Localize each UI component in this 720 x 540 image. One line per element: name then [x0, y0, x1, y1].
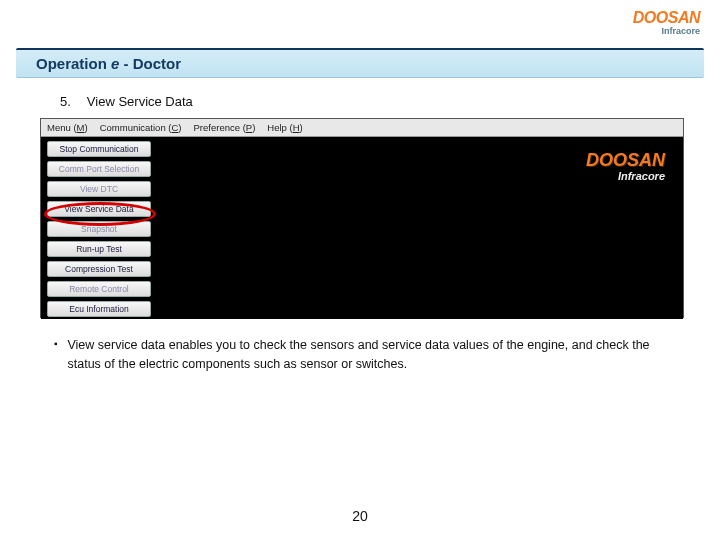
btn-remote-control[interactable]: Remote Control: [47, 281, 151, 297]
menu-item-help[interactable]: Help (H): [267, 122, 302, 133]
btn-compression-test[interactable]: Compression Test: [47, 261, 151, 277]
description: ▪ View service data enables you to check…: [54, 336, 680, 374]
page-title-bar: Operation e - Doctor: [16, 48, 704, 78]
logo-main: DOOSAN: [633, 10, 700, 26]
app-logo-main: DOOSAN: [586, 151, 665, 169]
section-number: 5.: [60, 94, 71, 109]
menu-item-menu[interactable]: Menu (M): [47, 122, 88, 133]
app-screenshot: Menu (M) Communication (C) Preference (P…: [40, 118, 684, 318]
app-logo-sub: Infracore: [586, 171, 665, 182]
app-logo: DOOSAN Infracore: [586, 151, 665, 182]
page-number: 20: [0, 508, 720, 524]
btn-runup-test[interactable]: Run-up Test: [47, 241, 151, 257]
app-body: Stop Communication Comm Port Selection V…: [41, 137, 683, 319]
menu-item-communication[interactable]: Communication (C): [100, 122, 182, 133]
btn-ecu-information[interactable]: Ecu Information: [47, 301, 151, 317]
menu-bar: Menu (M) Communication (C) Preference (P…: [41, 119, 683, 137]
bullet-icon: ▪: [54, 336, 64, 351]
brand-logo: DOOSAN Infracore: [633, 10, 700, 36]
side-panel: Stop Communication Comm Port Selection V…: [47, 141, 151, 317]
btn-view-dtc[interactable]: View DTC: [47, 181, 151, 197]
description-text: View service data enables you to check t…: [67, 336, 679, 374]
logo-sub: Infracore: [661, 27, 700, 36]
section-heading: 5. View Service Data: [60, 94, 193, 109]
menu-item-preference[interactable]: Preference (P): [194, 122, 256, 133]
btn-stop-communication[interactable]: Stop Communication: [47, 141, 151, 157]
btn-comm-port-selection[interactable]: Comm Port Selection: [47, 161, 151, 177]
btn-view-service-data[interactable]: View Service Data: [47, 201, 151, 217]
btn-snapshot[interactable]: Snapshot: [47, 221, 151, 237]
page-title: Operation e - Doctor: [36, 55, 181, 72]
section-label: View Service Data: [87, 94, 193, 109]
